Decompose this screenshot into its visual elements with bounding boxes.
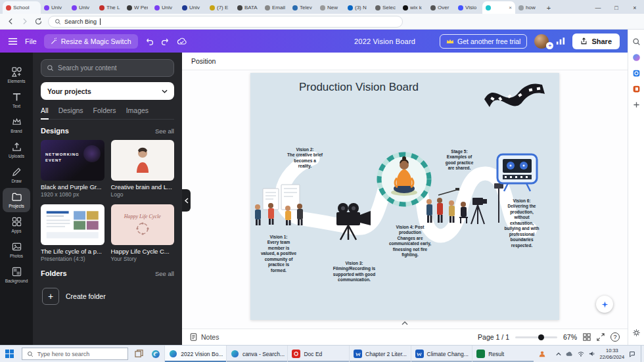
browser-tab[interactable]: Selec	[372, 1, 400, 14]
taskbar-app-chapter2[interactable]: Chapter 2 Liter...	[349, 346, 411, 362]
redo-icon[interactable]	[161, 37, 170, 45]
browser-tab[interactable]: Over	[427, 1, 455, 14]
browser-tab[interactable]: (3) N	[344, 1, 372, 14]
canva-assistant-button[interactable]	[596, 296, 613, 313]
browser-tab[interactable]: The L	[96, 1, 124, 14]
start-button[interactable]	[0, 346, 19, 362]
rail-item-background[interactable]: Background	[0, 263, 33, 287]
help-button[interactable]: ?	[610, 332, 620, 342]
copilot-icon[interactable]	[632, 53, 641, 62]
close-button[interactable]: ×	[626, 1, 644, 14]
insights-chart-icon[interactable]	[556, 37, 565, 45]
scroll-up-indicator[interactable]	[402, 316, 408, 328]
browser-tab[interactable]: wix k	[400, 1, 427, 14]
tab-designs[interactable]: Designs	[58, 106, 83, 114]
stage-5-label[interactable]: Stage 5: Examples of good practice are s…	[432, 149, 487, 171]
rail-item-apps[interactable]: Apps	[0, 213, 33, 237]
refresh-icon[interactable]	[34, 17, 43, 26]
rail-item-brand[interactable]: Brand	[0, 113, 33, 137]
rail-item-elements[interactable]: Elements	[0, 63, 33, 87]
taskbar-clock[interactable]: 10:33 22/06/2024	[600, 348, 625, 360]
taskbar-app-canva-search[interactable]: canva - Search...	[226, 346, 288, 362]
tab-close-icon[interactable]: ×	[509, 5, 512, 11]
people-button[interactable]	[534, 346, 551, 362]
browser-tab[interactable]: (7) E	[206, 1, 234, 14]
maximize-button[interactable]: □	[607, 1, 626, 14]
new-tab-button[interactable]: +	[543, 2, 555, 14]
vision-3-label[interactable]: Vision 3: Filming/Recording is supported…	[323, 261, 386, 283]
back-icon[interactable]	[7, 17, 15, 26]
menu-icon[interactable]	[8, 37, 18, 45]
free-trial-button[interactable]: Get another free trial	[440, 34, 527, 49]
outlook-icon[interactable]	[632, 69, 641, 78]
vision-2-label[interactable]: Vision 2: The creative brief becomes a r…	[277, 147, 333, 170]
browser-tab[interactable]: Univ	[179, 1, 206, 14]
tab-images[interactable]: Images	[126, 106, 149, 114]
fullscreen-button[interactable]	[597, 333, 605, 341]
notification-center-icon[interactable]	[629, 351, 635, 357]
browser-tab[interactable]: Univ	[68, 1, 96, 14]
show-desktop-button[interactable]	[641, 346, 644, 362]
share-button[interactable]: Share	[572, 34, 620, 49]
browser-tab[interactable]: W Perel	[124, 1, 151, 14]
resize-magic-switch-button[interactable]: Resize & Magic Switch	[44, 34, 138, 49]
browser-tab-active-canva[interactable]: ×	[482, 1, 515, 14]
forward-icon[interactable]	[20, 17, 29, 26]
browser-tab[interactable]: Univ	[41, 1, 68, 14]
browser-tab[interactable]: New	[317, 1, 344, 14]
zoom-slider[interactable]	[515, 336, 557, 338]
office-icon[interactable]	[632, 85, 641, 93]
taskbar-app-result[interactable]: Result	[472, 346, 534, 362]
rail-item-photos[interactable]: Photos	[0, 238, 33, 262]
position-button[interactable]: Position	[191, 57, 216, 65]
zoom-slider-knob[interactable]	[538, 334, 544, 340]
grid-view-button[interactable]	[583, 333, 591, 341]
minimize-button[interactable]: —	[589, 1, 607, 14]
panel-search-input[interactable]: Search your content	[41, 59, 174, 77]
taskbar-app-vision-board[interactable]: 2022 Vision Bo...	[164, 346, 226, 362]
panel-collapse-handle[interactable]	[182, 189, 191, 212]
file-menu[interactable]: File	[25, 37, 37, 45]
design-title[interactable]: 2022 Vision Board	[354, 37, 415, 45]
browser-tab[interactable]: School	[3, 1, 41, 14]
design-card[interactable]: Creative brain and L... Logo	[111, 140, 175, 198]
taskbar-app-doc-ed[interactable]: Doc Ed	[287, 346, 349, 362]
add-sidebar-icon[interactable]	[632, 101, 641, 109]
tray-chevron-up-icon[interactable]	[556, 352, 561, 356]
design-card[interactable]: Happy Life Cycle Happy Life Cycle C... Y…	[111, 204, 175, 262]
rail-item-text[interactable]: Text	[0, 88, 33, 112]
rail-item-uploads[interactable]: Uploads	[0, 138, 33, 162]
tab-folders[interactable]: Folders	[93, 106, 116, 114]
edge-pinned-button[interactable]	[147, 346, 164, 362]
taskbar-app-climate[interactable]: Climate Chang...	[411, 346, 472, 362]
task-view-button[interactable]	[131, 346, 148, 362]
browser-tab[interactable]: how	[515, 1, 543, 14]
see-all-folders-link[interactable]: See all	[155, 270, 174, 277]
browser-tab[interactable]: BATA	[234, 1, 262, 14]
add-member-icon[interactable]: +	[546, 42, 553, 49]
rail-item-projects[interactable]: Projects	[3, 188, 30, 212]
account-avatar[interactable]: +	[534, 34, 549, 49]
browser-tab[interactable]: Telev	[289, 1, 317, 14]
design-page[interactable]: Production Vision Board Vision 2: The cr…	[250, 73, 559, 320]
undo-icon[interactable]	[145, 37, 154, 45]
browser-tab[interactable]: Univ	[151, 1, 179, 14]
address-bar[interactable]: Search Bing	[48, 16, 403, 28]
design-card[interactable]: NETWORKINGEVENT Black and Purple Gr... 1…	[41, 140, 104, 198]
see-all-designs-link[interactable]: See all	[155, 127, 174, 135]
projects-filter-dropdown[interactable]: Your projects	[41, 82, 174, 100]
network-icon[interactable]	[578, 351, 584, 357]
vision-6-label[interactable]: Vision 6: Delivering the production, wit…	[497, 198, 546, 248]
notes-button[interactable]: Notes	[190, 333, 219, 341]
browser-tab[interactable]: Visio	[455, 1, 482, 14]
create-folder-button[interactable]: + Create folder	[41, 284, 174, 309]
browser-tab[interactable]: Email	[262, 1, 289, 14]
tab-all[interactable]: All	[41, 106, 49, 114]
design-card[interactable]: The Life cycle of a p... Presentation (4…	[41, 204, 104, 262]
vision-4-label[interactable]: Vision 4: Post production Changes are co…	[382, 225, 438, 258]
sidebar-search-icon[interactable]	[632, 37, 641, 46]
onedrive-icon[interactable]	[566, 351, 573, 357]
vision-1-label[interactable]: Vision 1: Every team member is valued, a…	[254, 235, 303, 273]
canvas-workspace[interactable]: Production Vision Board Vision 2: The cr…	[182, 70, 628, 328]
volume-icon[interactable]	[589, 351, 595, 357]
